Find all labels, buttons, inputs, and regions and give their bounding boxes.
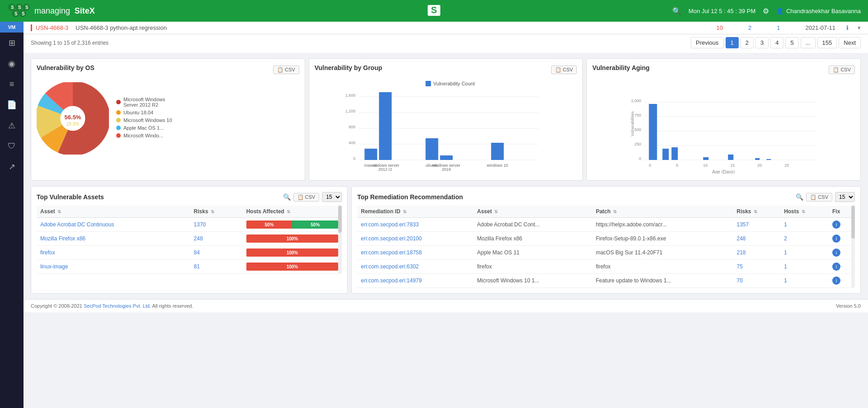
sort-icon-hosts2[interactable]: ⇅	[802, 209, 805, 214]
rem-id-link-3[interactable]: eri:com.secpod.eri:18758	[361, 249, 422, 256]
footer-company-link[interactable]: SecPod Technologies Pvt. Ltd.	[84, 303, 151, 309]
user-icon: 👤	[776, 8, 783, 14]
assets-per-page-select[interactable]: 15 25 50	[322, 192, 342, 202]
table-search-icon[interactable]: 🔍	[283, 193, 291, 201]
page-5-button[interactable]: 5	[785, 37, 798, 48]
progress-bar-2: 100%	[246, 234, 339, 243]
remediation-table-body: eri:com.secpod.eri:7833 Adobe Acrobat DC…	[357, 218, 855, 288]
top-vulnerable-assets-toolbar: Top Vulnerable Assets 🔍 📋 CSV 15 25 50	[37, 192, 342, 202]
rem-asset-1: Adobe Acrobat DC Cont...	[473, 218, 592, 232]
sidebar-item-shield[interactable]: 🛡	[0, 136, 24, 156]
subheader-num1: 10	[717, 24, 723, 31]
csv-icon-3: 📋	[833, 67, 839, 72]
svg-text:20: 20	[758, 163, 762, 168]
remediation-scrollbar-thumb[interactable]	[851, 206, 855, 239]
page-1-button[interactable]: 1	[726, 37, 739, 48]
rem-id-link-5[interactable]: eri:com.secpod.eri:14979	[361, 277, 422, 284]
remediation-toolbar-right: 🔍 📋 CSV 15 25 50	[796, 192, 855, 202]
asset-link-2[interactable]: Mozilla Firefox x86	[40, 235, 85, 242]
table-row: eri:com.secpod.eri:6302 firefox firefox …	[357, 260, 855, 274]
rem-hosts-3: 1	[784, 249, 787, 256]
info-icon[interactable]: ℹ	[846, 24, 849, 31]
sidebar-item-view[interactable]: ◉	[0, 53, 24, 74]
fix-info-btn-4[interactable]: i	[832, 263, 840, 271]
page-2-button[interactable]: 2	[741, 37, 754, 48]
sort-icon-rem-risks[interactable]: ⇅	[754, 209, 757, 214]
fix-info-btn-2[interactable]: i	[832, 234, 840, 243]
rem-asset-3: Apple Mac OS 11	[473, 246, 592, 260]
remediation-scrollbar-track[interactable]	[851, 206, 855, 288]
sort-icon-hosts[interactable]: ⇅	[287, 209, 290, 214]
sort-icon-risks[interactable]: ⇅	[211, 209, 214, 214]
sort-icon-rem-id[interactable]: ⇅	[403, 209, 406, 214]
page-3-button[interactable]: 3	[755, 37, 769, 48]
sort-icon-rem-asset[interactable]: ⇅	[494, 209, 498, 214]
sort-icon-asset[interactable]: ⇅	[57, 209, 61, 214]
legend-dot-4	[116, 126, 121, 130]
fix-info-btn-5[interactable]: i	[832, 277, 840, 285]
risk-3: 84	[194, 249, 200, 256]
legend-label-5: Microsoft Windo...	[123, 133, 163, 138]
vuln-by-group-csv-button[interactable]: 📋 CSV	[551, 66, 577, 74]
assets-csv-button[interactable]: 📋 CSV	[293, 193, 320, 202]
rem-id-link-1[interactable]: eri:com.secpod.eri:7833	[361, 221, 419, 228]
legend-item-2: Ubuntu 18.04	[116, 110, 172, 115]
svg-text:Vulnerability Count: Vulnerability Count	[433, 81, 475, 86]
page-ellipsis-button[interactable]: ...	[801, 37, 816, 48]
nav-right-area: 🔍 Mon Jul 12 5 : 45 : 39 PM ⚙ 👤 Chandras…	[672, 7, 861, 15]
page-155-button[interactable]: 155	[817, 37, 837, 48]
table-scrollbar-track[interactable]	[338, 206, 342, 274]
bottom-row: Top Vulnerable Assets 🔍 📋 CSV 15 25 50	[24, 184, 868, 299]
progress-bar-3: 100%	[246, 249, 339, 257]
fix-info-btn-1[interactable]: i	[832, 220, 840, 229]
settings-icon[interactable]: ⚙	[763, 7, 769, 15]
vuln-aging-csv-button[interactable]: 📋 CSV	[829, 66, 855, 74]
csv-icon: 📋	[277, 67, 283, 72]
app-title: managing SiteX	[34, 6, 95, 16]
previous-button[interactable]: Previous	[691, 37, 724, 48]
search-icon[interactable]: 🔍	[672, 7, 681, 15]
svg-rect-34	[491, 143, 504, 160]
page-4-button[interactable]: 4	[770, 37, 783, 48]
asset-link-3[interactable]: firefox	[40, 249, 55, 256]
legend-dot-3	[116, 118, 121, 122]
sidebar-item-dashboard[interactable]: ⊞	[0, 33, 24, 53]
vulnerability-id[interactable]: USN-4668-3	[31, 24, 68, 31]
top-navigation: S S S S S managing SiteX S 🔍 Mon Jul 12 …	[0, 0, 868, 22]
pie-legend: Microsoft WindowsServer 2012 R2 Ubuntu 1…	[116, 97, 172, 141]
rem-hosts-4: 1	[784, 263, 787, 270]
legend-label-1: Microsoft WindowsServer 2012 R2	[123, 97, 165, 108]
sidebar-item-reports[interactable]: ≡	[0, 74, 24, 94]
sidebar-vm-label[interactable]: VM	[0, 22, 24, 33]
remediation-csv-button[interactable]: 📋 CSV	[806, 193, 832, 202]
sub-header-bar: USN-4668-3 USN-4668-3 python-apt regress…	[24, 22, 868, 34]
table-row: Adobe Acrobat DC Continuous 1370 50% 50%	[37, 218, 342, 232]
rem-id-link-2[interactable]: eri:com.secpod.eri:20100	[361, 235, 422, 242]
vuln-by-os-csv-button[interactable]: 📋 CSV	[273, 66, 299, 74]
remediation-search-icon[interactable]: 🔍	[796, 193, 803, 201]
sidebar-item-export[interactable]: ↗	[0, 156, 24, 177]
legend-item-1: Microsoft WindowsServer 2012 R2	[116, 97, 172, 108]
sidebar-item-documents[interactable]: 📄	[0, 94, 24, 115]
bar-chart-svg: Vulnerability Count 0 400 800 1,200 1,60…	[315, 79, 577, 174]
table-scrollbar-thumb[interactable]	[338, 206, 342, 233]
remediation-per-page-select[interactable]: 15 25 50	[835, 192, 855, 202]
fix-info-btn-3[interactable]: i	[832, 249, 840, 257]
rem-patch-1: https://helpx.adobe.com/acr...	[592, 218, 733, 232]
sort-icon-patch[interactable]: ⇅	[613, 209, 617, 214]
svg-text:S: S	[22, 11, 25, 16]
next-button[interactable]: Next	[839, 37, 861, 48]
asset-link-4[interactable]: linux-image	[40, 263, 68, 270]
col-rem-asset: Asset ⇅	[473, 206, 592, 218]
rem-patch-5: Feature update to Windows 1...	[592, 274, 733, 288]
svg-rect-61	[663, 149, 669, 160]
risk-4: 81	[194, 263, 200, 270]
bar-segment-red-4: 100%	[246, 263, 339, 271]
risk-1: 1370	[194, 221, 206, 228]
dropdown-arrow-icon[interactable]: ▾	[858, 24, 861, 31]
svg-text:S: S	[18, 5, 21, 10]
asset-link-1[interactable]: Adobe Acrobat DC Continuous	[40, 221, 114, 228]
sidebar-item-alerts[interactable]: ⚠	[0, 115, 24, 136]
rem-id-link-4[interactable]: eri:com.secpod.eri:6302	[361, 263, 419, 270]
pie-inner-label: 19.3%	[66, 122, 79, 127]
